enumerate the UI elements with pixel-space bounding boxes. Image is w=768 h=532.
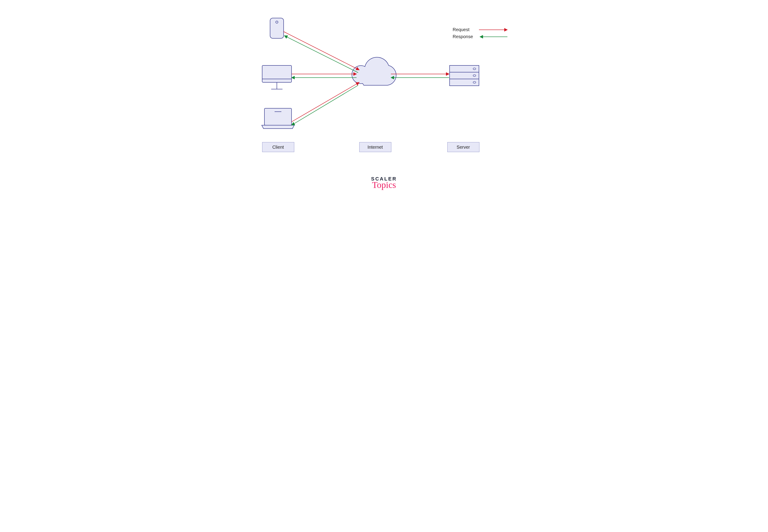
svg-rect-2 [262,65,292,82]
svg-rect-12 [450,79,479,86]
arrow-request [284,32,359,70]
svg-rect-8 [450,65,479,72]
internet-label-box: Internet [359,142,391,152]
server-icon [450,65,479,86]
server-label-box: Server [447,142,479,152]
desktop-icon [262,65,292,89]
arrow-response [284,36,358,73]
legend-request: Request [453,27,508,32]
scaler-topics-logo: SCALER Topics [371,176,397,190]
logo-line2: Topics [371,180,397,190]
client-label-box: Client [262,142,294,152]
cloud-icon [352,57,396,85]
arrow-request [292,82,359,122]
legend: Request Response [453,27,508,41]
legend-response: Response [453,34,508,39]
diagram-canvas: Request Response Client Internet Server … [237,0,531,203]
arrow-response [292,85,358,125]
internet-label: Internet [368,145,383,150]
phone-icon [270,18,284,38]
server-label: Server [457,145,470,150]
client-label: Client [272,145,284,150]
legend-response-arrow-icon [479,35,508,39]
laptop-icon [262,108,294,129]
legend-response-label: Response [453,34,475,39]
svg-rect-6 [265,108,292,125]
legend-request-label: Request [453,27,475,32]
svg-rect-10 [450,72,479,79]
legend-request-arrow-icon [479,28,508,32]
